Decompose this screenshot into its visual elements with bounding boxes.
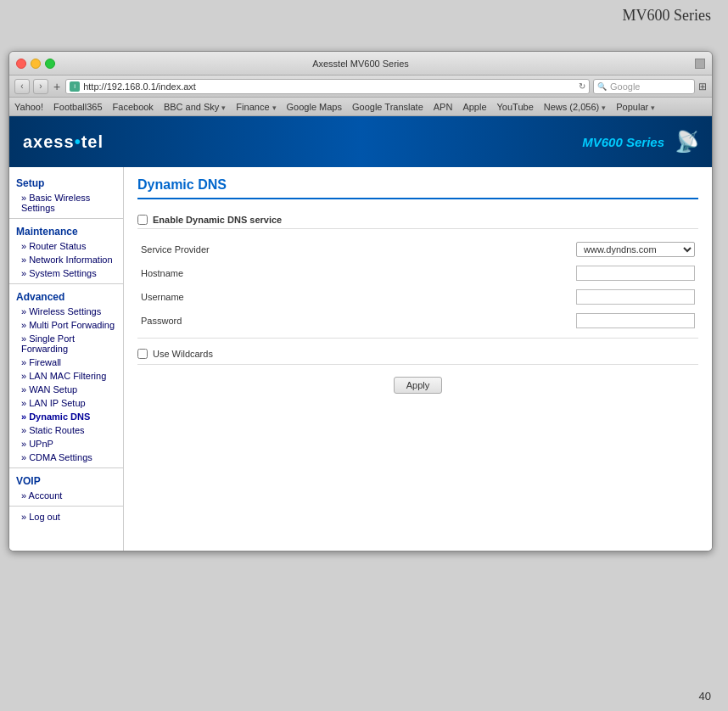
bookmark-item[interactable]: Facebook [113, 102, 154, 112]
bookmark-item[interactable]: Google Maps [287, 102, 342, 112]
sidebar-section-advanced: Advanced [9, 288, 123, 305]
sidebar-divider [9, 218, 123, 219]
username-cell [239, 285, 698, 309]
bookmark-item[interactable]: Football365 [53, 102, 103, 112]
bookmark-item[interactable]: Apple [462, 102, 486, 112]
back-button[interactable]: ‹ [14, 79, 30, 94]
main-panel: Dynamic DNS Enable Dynamic DNS service S… [124, 167, 712, 551]
use-wildcards-label: Use Wildcards [153, 349, 213, 359]
forward-button[interactable]: › [33, 79, 48, 94]
use-wildcards-row: Use Wildcards [137, 344, 698, 365]
separator [137, 338, 698, 339]
new-tab-button[interactable]: + [52, 80, 62, 93]
close-button[interactable] [16, 59, 26, 69]
enable-dns-label: Enable Dynamic DNS service [153, 215, 282, 225]
sidebar-item-firewall[interactable]: » Firewall [9, 356, 123, 369]
sidebar-section-voip: VOIP [9, 472, 123, 489]
sidebar-item-router-status[interactable]: » Router Status [9, 239, 123, 253]
bookmark-item[interactable]: Finance ▾ [236, 102, 276, 112]
hostname-cell [239, 261, 698, 285]
refresh-button[interactable]: ↻ [579, 81, 585, 91]
bookmarks-bar: Yahoo! Football365 Facebook BBC and Sky … [9, 98, 712, 116]
sidebar-item-network-information[interactable]: » Network Information [9, 253, 123, 266]
sidebar-item-static-routes[interactable]: » Static Routes [9, 423, 123, 437]
hostname-label: Hostname [137, 261, 239, 285]
router-logo: axess•tel [23, 132, 104, 152]
document-title: MV600 Series [623, 7, 712, 25]
sidebar-item-dynamic-dns[interactable]: » Dynamic DNS [9, 410, 123, 423]
router-model: MV600 Series 📡 [582, 130, 698, 154]
sidebar-item-wireless-settings[interactable]: » Wireless Settings [9, 305, 123, 318]
use-wildcards-checkbox[interactable] [137, 349, 148, 359]
password-row: Password [137, 309, 698, 333]
favicon-icon: i [70, 81, 80, 92]
username-input[interactable] [576, 289, 695, 305]
url-text: http://192.168.0.1/index.axt [83, 81, 575, 92]
hostname-row: Hostname [137, 261, 698, 285]
browser-titlebar: Axesstel MV600 Series [9, 52, 712, 76]
service-provider-label: Service Provider [137, 238, 239, 261]
sidebar-item-cdma-settings[interactable]: » CDMA Settings [9, 451, 123, 464]
sidebar-section-maintenance: Maintenance [9, 222, 123, 239]
sidebar-item-account[interactable]: » Account [9, 489, 123, 502]
sidebar-item-logout[interactable]: » Log out [9, 510, 123, 523]
sidebar-divider [9, 506, 123, 507]
apply-button[interactable]: Apply [394, 377, 443, 394]
service-provider-select[interactable]: www.dyndns.com [576, 242, 695, 257]
sidebar-item-wan-setup[interactable]: » WAN Setup [9, 383, 123, 396]
enable-dns-row: Enable Dynamic DNS service [137, 211, 698, 229]
browser-title-text: Axesstel MV600 Series [312, 59, 409, 69]
sidebar-item-lan-ip-setup[interactable]: » LAN IP Setup [9, 396, 123, 410]
address-bar[interactable]: i http://192.168.0.1/index.axt ↻ [65, 79, 590, 94]
sidebar-section-setup: Setup [9, 174, 123, 191]
router-header: axess•tel MV600 Series 📡 [9, 116, 712, 167]
browser-toolbar: ‹ › + i http://192.168.0.1/index.axt ↻ 🔍… [9, 76, 712, 98]
sidebar-divider [9, 467, 123, 468]
page-heading: Dynamic DNS [137, 177, 698, 199]
service-provider-row: Service Provider www.dyndns.com [137, 238, 698, 261]
search-bar[interactable]: 🔍 Google [593, 79, 695, 94]
bookmark-item[interactable]: BBC and Sky ▾ [164, 102, 226, 112]
bookmark-item[interactable]: News (2,056) ▾ [544, 102, 606, 112]
sidebar: Setup » Basic Wireless Settings Maintena… [9, 167, 124, 551]
sidebar-item-basic-wireless[interactable]: » Basic Wireless Settings [9, 191, 123, 215]
sidebar-item-lan-mac-filtering[interactable]: » LAN MAC Filtering [9, 369, 123, 383]
resize-button[interactable] [695, 59, 705, 69]
sidebar-item-single-port-forwarding[interactable]: » Single Port Forwarding [9, 332, 123, 356]
service-provider-cell: www.dyndns.com [239, 238, 698, 261]
browser-window: Axesstel MV600 Series ‹ › + i http://192… [8, 51, 713, 551]
enable-dns-checkbox[interactable] [137, 215, 148, 225]
page-number: 40 [699, 690, 711, 703]
sidebar-item-upnp[interactable]: » UPnP [9, 437, 123, 451]
search-icon: 🔍 [597, 82, 607, 91]
maximize-button[interactable] [45, 59, 55, 69]
bookmark-item[interactable]: APN [434, 102, 453, 112]
password-label: Password [137, 309, 239, 333]
bookmarks-icon[interactable]: ⊞ [698, 81, 707, 92]
router-icon: 📡 [673, 130, 698, 154]
password-input[interactable] [576, 313, 695, 328]
username-label: Username [137, 285, 239, 309]
bookmark-item[interactable]: YouTube [497, 102, 534, 112]
bookmark-item[interactable]: Google Translate [352, 102, 423, 112]
traffic-lights [16, 59, 55, 69]
browser-content: Setup » Basic Wireless Settings Maintena… [9, 167, 712, 551]
minimize-button[interactable] [31, 59, 41, 69]
bookmark-item[interactable]: Yahoo! [14, 102, 43, 112]
sidebar-divider [9, 283, 123, 284]
username-row: Username [137, 285, 698, 309]
sidebar-item-system-settings[interactable]: » System Settings [9, 266, 123, 280]
bookmark-item[interactable]: Popular ▾ [616, 102, 655, 112]
sidebar-item-multi-port-forwarding[interactable]: » Multi Port Forwading [9, 318, 123, 332]
dns-form-table: Service Provider www.dyndns.com Hostname… [137, 238, 698, 333]
search-placeholder: Google [610, 81, 640, 92]
password-cell [239, 309, 698, 333]
hostname-input[interactable] [576, 266, 695, 281]
